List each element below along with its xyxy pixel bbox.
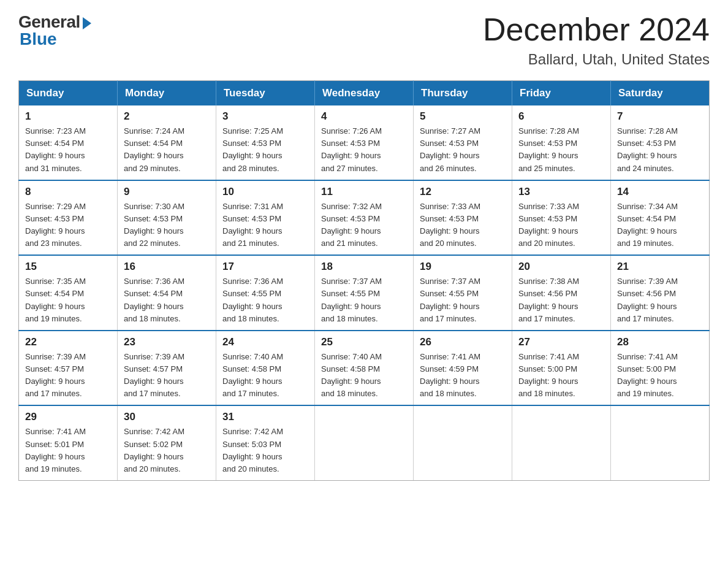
calendar-cell: 27Sunrise: 7:41 AM Sunset: 5:00 PM Dayli… xyxy=(512,331,611,406)
calendar-cell: 15Sunrise: 7:35 AM Sunset: 4:54 PM Dayli… xyxy=(19,255,118,331)
day-info: Sunrise: 7:24 AM Sunset: 4:54 PM Dayligh… xyxy=(124,125,210,175)
calendar-week-row: 15Sunrise: 7:35 AM Sunset: 4:54 PM Dayli… xyxy=(19,255,710,331)
calendar-cell: 11Sunrise: 7:32 AM Sunset: 4:53 PM Dayli… xyxy=(315,180,414,256)
calendar-cell: 29Sunrise: 7:41 AM Sunset: 5:01 PM Dayli… xyxy=(19,405,118,480)
calendar-body: 1Sunrise: 7:23 AM Sunset: 4:54 PM Daylig… xyxy=(19,105,710,480)
calendar-cell: 3Sunrise: 7:25 AM Sunset: 4:53 PM Daylig… xyxy=(216,105,315,180)
day-info: Sunrise: 7:27 AM Sunset: 4:53 PM Dayligh… xyxy=(420,125,506,175)
calendar-cell: 24Sunrise: 7:40 AM Sunset: 4:58 PM Dayli… xyxy=(216,331,315,406)
day-info: Sunrise: 7:36 AM Sunset: 4:55 PM Dayligh… xyxy=(222,275,308,325)
calendar-cell: 20Sunrise: 7:38 AM Sunset: 4:56 PM Dayli… xyxy=(512,255,611,331)
calendar-cell: 26Sunrise: 7:41 AM Sunset: 4:59 PM Dayli… xyxy=(414,331,512,406)
logo-arrow-icon xyxy=(83,17,91,29)
calendar-cell: 4Sunrise: 7:26 AM Sunset: 4:53 PM Daylig… xyxy=(315,105,414,180)
calendar-cell: 18Sunrise: 7:37 AM Sunset: 4:55 PM Dayli… xyxy=(315,255,414,331)
calendar-cell: 19Sunrise: 7:37 AM Sunset: 4:55 PM Dayli… xyxy=(414,255,512,331)
day-number: 21 xyxy=(617,261,703,273)
calendar-cell: 22Sunrise: 7:39 AM Sunset: 4:57 PM Dayli… xyxy=(19,331,118,406)
day-number: 15 xyxy=(25,261,111,273)
day-number: 1 xyxy=(25,110,111,123)
day-info: Sunrise: 7:42 AM Sunset: 5:02 PM Dayligh… xyxy=(124,426,210,475)
day-number: 4 xyxy=(321,110,407,123)
day-info: Sunrise: 7:26 AM Sunset: 4:53 PM Dayligh… xyxy=(321,125,407,175)
weekday-header-wednesday: Wednesday xyxy=(315,81,414,106)
day-info: Sunrise: 7:31 AM Sunset: 4:53 PM Dayligh… xyxy=(222,201,308,250)
calendar-table: SundayMondayTuesdayWednesdayThursdayFrid… xyxy=(18,80,710,481)
day-number: 3 xyxy=(222,110,308,123)
day-number: 22 xyxy=(25,336,111,348)
calendar-cell: 17Sunrise: 7:36 AM Sunset: 4:55 PM Dayli… xyxy=(216,255,315,331)
calendar-cell: 31Sunrise: 7:42 AM Sunset: 5:03 PM Dayli… xyxy=(216,405,315,480)
day-info: Sunrise: 7:38 AM Sunset: 4:56 PM Dayligh… xyxy=(518,275,604,325)
day-info: Sunrise: 7:41 AM Sunset: 5:00 PM Dayligh… xyxy=(518,351,604,400)
calendar-week-row: 29Sunrise: 7:41 AM Sunset: 5:01 PM Dayli… xyxy=(19,405,710,480)
day-info: Sunrise: 7:36 AM Sunset: 4:54 PM Dayligh… xyxy=(124,275,210,325)
day-number: 16 xyxy=(124,261,210,273)
day-info: Sunrise: 7:34 AM Sunset: 4:54 PM Dayligh… xyxy=(617,201,703,250)
day-info: Sunrise: 7:37 AM Sunset: 4:55 PM Dayligh… xyxy=(420,275,506,325)
day-info: Sunrise: 7:42 AM Sunset: 5:03 PM Dayligh… xyxy=(222,426,308,475)
day-info: Sunrise: 7:39 AM Sunset: 4:56 PM Dayligh… xyxy=(617,275,703,325)
weekday-header-sunday: Sunday xyxy=(19,81,118,106)
day-info: Sunrise: 7:41 AM Sunset: 5:00 PM Dayligh… xyxy=(617,351,703,400)
weekday-header-friday: Friday xyxy=(512,81,611,106)
logo-blue-text: Blue xyxy=(20,29,57,49)
day-number: 28 xyxy=(617,336,703,348)
day-number: 2 xyxy=(124,110,210,123)
day-info: Sunrise: 7:40 AM Sunset: 4:58 PM Dayligh… xyxy=(222,351,308,400)
location-title: Ballard, Utah, United States xyxy=(483,51,710,68)
calendar-cell: 6Sunrise: 7:28 AM Sunset: 4:53 PM Daylig… xyxy=(512,105,611,180)
day-number: 26 xyxy=(420,336,506,348)
calendar-cell xyxy=(315,405,414,480)
day-info: Sunrise: 7:40 AM Sunset: 4:58 PM Dayligh… xyxy=(321,351,407,400)
day-info: Sunrise: 7:37 AM Sunset: 4:55 PM Dayligh… xyxy=(321,275,407,325)
calendar-cell xyxy=(512,405,611,480)
calendar-header: SundayMondayTuesdayWednesdayThursdayFrid… xyxy=(19,81,710,106)
weekday-header-tuesday: Tuesday xyxy=(216,81,315,106)
calendar-cell: 13Sunrise: 7:33 AM Sunset: 4:53 PM Dayli… xyxy=(512,180,611,256)
header: General Blue December 2024 Ballard, Utah… xyxy=(18,12,710,68)
calendar-cell: 2Sunrise: 7:24 AM Sunset: 4:54 PM Daylig… xyxy=(118,105,216,180)
day-info: Sunrise: 7:28 AM Sunset: 4:53 PM Dayligh… xyxy=(518,125,604,175)
calendar-week-row: 1Sunrise: 7:23 AM Sunset: 4:54 PM Daylig… xyxy=(19,105,710,180)
day-number: 7 xyxy=(617,110,703,123)
logo: General Blue xyxy=(18,12,91,49)
month-title: December 2024 xyxy=(483,12,710,47)
calendar-cell: 25Sunrise: 7:40 AM Sunset: 4:58 PM Dayli… xyxy=(315,331,414,406)
day-number: 24 xyxy=(222,336,308,348)
day-number: 6 xyxy=(518,110,604,123)
weekday-header-monday: Monday xyxy=(118,81,216,106)
day-number: 10 xyxy=(222,186,308,198)
day-info: Sunrise: 7:41 AM Sunset: 5:01 PM Dayligh… xyxy=(25,426,111,475)
day-number: 5 xyxy=(420,110,506,123)
day-number: 20 xyxy=(518,261,604,273)
day-number: 29 xyxy=(25,411,111,423)
weekday-header-row: SundayMondayTuesdayWednesdayThursdayFrid… xyxy=(19,81,710,106)
calendar-cell: 7Sunrise: 7:28 AM Sunset: 4:53 PM Daylig… xyxy=(611,105,710,180)
day-info: Sunrise: 7:29 AM Sunset: 4:53 PM Dayligh… xyxy=(25,201,111,250)
calendar-cell: 8Sunrise: 7:29 AM Sunset: 4:53 PM Daylig… xyxy=(19,180,118,256)
day-number: 17 xyxy=(222,261,308,273)
calendar-week-row: 8Sunrise: 7:29 AM Sunset: 4:53 PM Daylig… xyxy=(19,180,710,256)
calendar-cell: 14Sunrise: 7:34 AM Sunset: 4:54 PM Dayli… xyxy=(611,180,710,256)
weekday-header-thursday: Thursday xyxy=(414,81,512,106)
day-info: Sunrise: 7:23 AM Sunset: 4:54 PM Dayligh… xyxy=(25,125,111,175)
day-info: Sunrise: 7:39 AM Sunset: 4:57 PM Dayligh… xyxy=(124,351,210,400)
day-number: 30 xyxy=(124,411,210,423)
calendar-cell: 10Sunrise: 7:31 AM Sunset: 4:53 PM Dayli… xyxy=(216,180,315,256)
day-info: Sunrise: 7:33 AM Sunset: 4:53 PM Dayligh… xyxy=(420,201,506,250)
day-info: Sunrise: 7:32 AM Sunset: 4:53 PM Dayligh… xyxy=(321,201,407,250)
day-number: 13 xyxy=(518,186,604,198)
calendar-cell: 1Sunrise: 7:23 AM Sunset: 4:54 PM Daylig… xyxy=(19,105,118,180)
day-number: 25 xyxy=(321,336,407,348)
day-info: Sunrise: 7:39 AM Sunset: 4:57 PM Dayligh… xyxy=(25,351,111,400)
day-number: 9 xyxy=(124,186,210,198)
calendar-cell: 9Sunrise: 7:30 AM Sunset: 4:53 PM Daylig… xyxy=(118,180,216,256)
calendar-cell: 5Sunrise: 7:27 AM Sunset: 4:53 PM Daylig… xyxy=(414,105,512,180)
day-number: 8 xyxy=(25,186,111,198)
calendar-cell: 16Sunrise: 7:36 AM Sunset: 4:54 PM Dayli… xyxy=(118,255,216,331)
calendar-cell: 21Sunrise: 7:39 AM Sunset: 4:56 PM Dayli… xyxy=(611,255,710,331)
calendar-cell: 23Sunrise: 7:39 AM Sunset: 4:57 PM Dayli… xyxy=(118,331,216,406)
calendar-cell: 30Sunrise: 7:42 AM Sunset: 5:02 PM Dayli… xyxy=(118,405,216,480)
calendar-cell xyxy=(414,405,512,480)
